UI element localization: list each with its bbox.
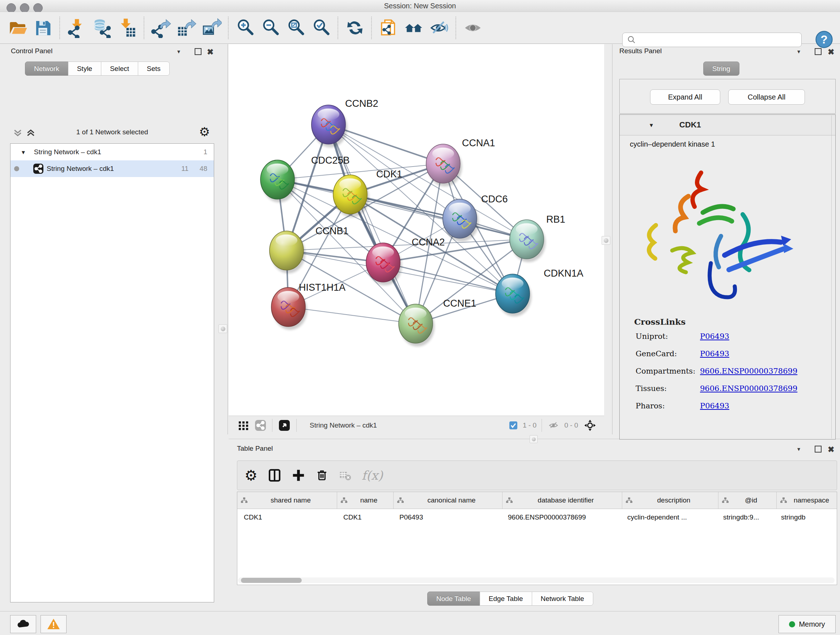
refresh-layout-icon[interactable] — [344, 16, 365, 40]
tab-string[interactable]: String — [703, 62, 739, 76]
tab-sets[interactable]: Sets — [138, 62, 170, 76]
table-cell[interactable]: stringdb — [775, 509, 837, 526]
export-network-icon[interactable] — [150, 16, 172, 40]
show-columns-icon[interactable] — [268, 469, 281, 482]
first-neighbors-icon[interactable] — [403, 16, 424, 40]
column-header-canonical-name[interactable]: canonical name — [393, 492, 502, 509]
control-panel-collapse-icon[interactable]: ▾ — [177, 48, 180, 55]
bottom-splitter-handle[interactable] — [530, 435, 538, 443]
node-CDC6[interactable]: CDC6 — [443, 194, 508, 241]
right-splitter-handle[interactable] — [602, 236, 610, 245]
table-panel-close-icon[interactable]: ✖ — [828, 445, 834, 454]
network-graph[interactable]: CCNB2 CCNA1 CDC25B CDK1 CDC6 — [229, 44, 604, 416]
search-box[interactable] — [622, 33, 802, 47]
tab-network[interactable]: Network — [25, 62, 68, 76]
edge-CCNB2-CCNE1[interactable] — [328, 125, 416, 324]
table-options-gear-icon[interactable]: ⚙ — [245, 468, 257, 483]
column-header-id[interactable]: @id — [718, 492, 777, 509]
hide-selected-icon[interactable] — [429, 16, 450, 40]
network-options-gear-icon[interactable]: ⚙ — [199, 125, 210, 139]
grid-view-icon[interactable] — [238, 420, 249, 431]
table-panel-float-icon[interactable] — [815, 446, 821, 454]
open-session-icon[interactable] — [7, 16, 28, 40]
table-row[interactable]: CDK1CDK1P064939606.ENSP00000378699cyclin… — [237, 509, 837, 526]
node-section-header[interactable]: ▼ CDK1 — [620, 115, 835, 135]
crosslink-link[interactable]: P06493 — [700, 349, 729, 358]
results-scrollbar-track[interactable] — [831, 116, 832, 439]
cloud-button[interactable] — [10, 615, 36, 633]
tab-style[interactable]: Style — [68, 62, 101, 76]
results-panel-close-icon[interactable]: ✖ — [828, 48, 834, 57]
right-splitter[interactable] — [612, 44, 613, 434]
table-panel-collapse-icon[interactable]: ▾ — [797, 446, 800, 453]
network-canvas[interactable]: CCNB2 CCNA1 CDC25B CDK1 CDC6 — [229, 44, 604, 416]
collapse-all-button[interactable]: Collapse All — [728, 89, 805, 105]
selected-counts: 1 - 0 — [523, 421, 537, 429]
table-hscrollbar[interactable] — [238, 578, 835, 583]
column-header-database-identifier[interactable]: database identifier — [502, 492, 622, 509]
table-cell[interactable]: cyclin-dependent ... — [621, 509, 717, 526]
export-image-icon[interactable] — [201, 16, 222, 40]
crosslink-link[interactable]: 9606.ENSP00000378699 — [700, 384, 797, 393]
crosslink-row: Uniprot: P06493 — [620, 332, 835, 349]
network-row[interactable]: String Network – cdk1 11 48 — [11, 160, 214, 177]
birds-eye-view-icon[interactable] — [278, 419, 291, 432]
import-table-from-file-icon[interactable] — [117, 16, 138, 40]
zoom-out-icon[interactable] — [260, 16, 281, 40]
tab-node-table[interactable]: Node Table — [427, 592, 480, 606]
table-cell[interactable]: stringdb:9... — [717, 509, 775, 526]
edge-HIST1H1A-CCNE1[interactable] — [288, 307, 416, 324]
network-collection-row[interactable]: ▼ String Network – cdk1 1 — [11, 144, 214, 160]
selected-checkbox-icon[interactable] — [509, 421, 518, 430]
expand-all-icon[interactable] — [25, 127, 36, 138]
export-table-icon[interactable] — [176, 16, 197, 40]
table-cell[interactable]: 9606.ENSP00000378699 — [501, 509, 621, 526]
memory-button[interactable]: Memory — [778, 615, 836, 633]
fit-selected-crosshair-icon[interactable] — [583, 418, 597, 432]
crosslink-link[interactable]: P06493 — [700, 332, 729, 340]
crosslink-link[interactable]: P06493 — [700, 402, 729, 410]
string-view-icon[interactable] — [255, 420, 266, 431]
warnings-button[interactable] — [41, 615, 66, 633]
node-RB1[interactable]: RB1 — [510, 214, 565, 262]
node-CCNA2[interactable]: CCNA2 — [366, 237, 445, 285]
crosslink-link[interactable]: 9606.ENSP00000378699 — [700, 367, 797, 375]
results-panel-float-icon[interactable] — [815, 48, 821, 57]
table-cell[interactable]: CDK1 — [337, 509, 393, 526]
tab-select[interactable]: Select — [101, 62, 138, 76]
node-CDKN1A[interactable]: CDKN1A — [496, 268, 584, 317]
table-cell[interactable]: P06493 — [393, 509, 501, 526]
show-hidden-icon[interactable] — [462, 16, 483, 40]
zoom-selected-icon[interactable] — [311, 16, 332, 40]
left-splitter-handle[interactable] — [218, 325, 227, 333]
import-network-from-file-icon[interactable] — [66, 16, 87, 40]
search-input[interactable] — [638, 34, 801, 46]
table-hscrollbar-thumb[interactable] — [241, 578, 302, 583]
zoom-fit-icon[interactable] — [286, 16, 306, 40]
zoom-in-icon[interactable] — [235, 16, 256, 40]
column-header-name[interactable]: name — [337, 492, 393, 509]
tab-edge-table[interactable]: Edge Table — [480, 592, 532, 606]
clone-network-icon[interactable] — [378, 16, 399, 40]
column-header-namespace[interactable]: namespace — [777, 492, 837, 509]
hidden-eye-icon[interactable] — [548, 420, 559, 431]
import-network-from-database-icon[interactable] — [92, 16, 112, 40]
column-header-description[interactable]: description — [622, 492, 718, 509]
node-HIST1H1A[interactable]: HIST1H1A — [271, 282, 346, 330]
left-splitter[interactable] — [227, 44, 228, 434]
control-panel-float-icon[interactable] — [195, 48, 202, 57]
table-cell[interactable]: CDK1 — [237, 509, 337, 526]
results-panel-collapse-icon[interactable]: ▾ — [797, 48, 800, 55]
tab-network-table[interactable]: Network Table — [532, 592, 593, 606]
node-CCNE1[interactable]: CCNE1 — [399, 298, 477, 347]
control-panel-close-icon[interactable]: ✖ — [207, 48, 213, 57]
expand-all-button[interactable]: Expand All — [650, 89, 720, 105]
delete-column-trash-icon[interactable] — [316, 469, 328, 482]
save-session-icon[interactable] — [33, 16, 54, 40]
collapse-all-icon[interactable] — [12, 127, 23, 138]
add-column-icon[interactable] — [292, 469, 305, 482]
edge-CCNA2-CDKN1A[interactable] — [383, 263, 513, 294]
section-expander-icon[interactable]: ▼ — [649, 122, 654, 128]
column-header-shared-name[interactable]: shared name — [237, 492, 337, 509]
collection-expander-icon[interactable]: ▼ — [21, 149, 26, 155]
